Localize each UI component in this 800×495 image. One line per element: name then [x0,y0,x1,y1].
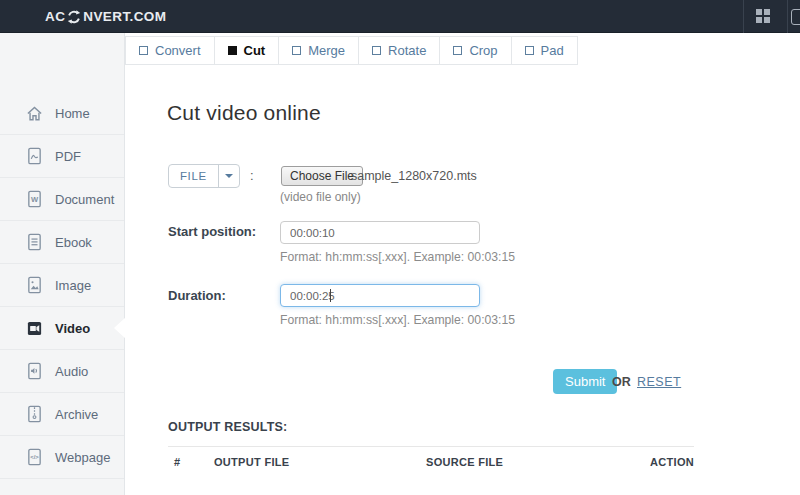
dropdown-caret[interactable] [218,165,239,187]
svg-text:</>: </> [30,454,39,460]
chevron-down-icon [225,174,233,178]
text-cursor [330,289,331,302]
sidebar-item-label: Video [55,321,90,336]
top-header: AC NVERT.COM [0,0,800,33]
sidebar-item-label: Image [55,278,91,293]
sidebar-item-label: Home [55,106,90,121]
file-type-note: (video file only) [280,190,361,204]
reset-link[interactable]: RESET [637,375,681,389]
page-title: Cut video online [167,101,321,125]
sidebar-item-document[interactable]: W Document [0,178,124,221]
archive-file-icon [26,405,43,423]
column-header-output-file: OUTPUT FILE [214,456,426,468]
tab-label: Rotate [388,38,426,64]
table-header-row: # OUTPUT FILE SOURCE FILE ACTION [168,447,694,468]
or-label: OR [612,375,631,389]
start-position-input[interactable] [280,221,480,244]
start-position-label: Start position: [168,224,256,239]
webpage-file-icon: </> [26,448,43,466]
sidebar-item-label: Ebook [55,235,92,250]
tab-label: Convert [155,38,201,64]
aconvert-page: AC NVERT.COM Home [0,0,800,495]
sidebar-item-audio[interactable]: Audio [0,350,124,393]
tab-label: Crop [469,38,497,64]
tab-convert[interactable]: Convert [126,37,214,64]
tab-rotate[interactable]: Rotate [358,37,439,64]
logo[interactable]: AC NVERT.COM [45,0,166,33]
start-position-hint: Format: hh:mm:ss[.xxx]. Example: 00:03:1… [280,250,515,264]
separator-colon: : [250,168,254,183]
output-results-table: # OUTPUT FILE SOURCE FILE ACTION [168,446,694,468]
checkbox-icon [453,46,462,55]
audio-file-icon [26,362,43,380]
header-divider [787,0,788,33]
tab-label: Merge [308,38,345,64]
tool-tabs: Convert Cut Merge Rotate Crop Pad [125,36,578,65]
sidebar-item-label: Audio [55,364,88,379]
svg-text:W: W [31,195,39,204]
home-icon [26,105,43,122]
checkbox-icon [525,46,534,55]
sidebar-item-pdf[interactable]: PDF [0,135,124,178]
column-header-number: # [168,456,214,468]
image-file-icon [26,276,43,294]
apps-grid-icon[interactable] [756,9,771,24]
checkbox-icon [228,46,237,55]
header-divider [743,0,744,33]
sidebar: Home PDF W Document Ebook Image [0,33,125,495]
sidebar-item-label: Document [55,192,114,207]
sidebar-item-archive[interactable]: Archive [0,393,124,436]
sidebar-item-home[interactable]: Home [0,92,124,135]
column-header-source-file: SOURCE FILE [426,456,644,468]
logo-text-prefix: AC [45,9,65,24]
convert-arrows-icon [65,9,83,25]
output-results-heading: OUTPUT RESULTS: [168,420,287,434]
sidebar-item-ebook[interactable]: Ebook [0,221,124,264]
sidebar-item-image[interactable]: Image [0,264,124,307]
tab-label: Cut [244,38,266,64]
sidebar-item-label: PDF [55,149,81,164]
tab-cut[interactable]: Cut [214,37,279,64]
logo-text-suffix: NVERT.COM [83,9,166,24]
ebook-file-icon [26,233,43,251]
selected-file-name: sample_1280x720.mts [351,169,477,183]
sidebar-item-label: Archive [55,407,98,422]
mobile-device-icon[interactable] [791,9,800,25]
checkbox-icon [139,46,148,55]
video-icon [26,320,43,337]
checkbox-icon [372,46,381,55]
word-document-icon: W [26,190,43,208]
duration-label: Duration: [168,288,226,303]
tab-crop[interactable]: Crop [439,37,510,64]
tab-label: Pad [541,38,564,64]
sidebar-item-label: Webpage [55,450,110,465]
file-type-label: FILE [169,165,218,187]
column-header-action: ACTION [644,456,694,468]
submit-button[interactable]: Submit [553,369,617,394]
tab-pad[interactable]: Pad [511,37,577,64]
duration-hint: Format: hh:mm:ss[.xxx]. Example: 00:03:1… [280,313,515,327]
tab-merge[interactable]: Merge [278,37,358,64]
active-item-pointer [114,317,126,339]
sidebar-item-webpage[interactable]: </> Webpage [0,436,124,479]
duration-input[interactable] [280,284,480,307]
pdf-file-icon [26,147,43,165]
file-type-dropdown[interactable]: FILE [168,164,240,188]
sidebar-item-video[interactable]: Video [0,307,124,350]
checkbox-icon [292,46,301,55]
